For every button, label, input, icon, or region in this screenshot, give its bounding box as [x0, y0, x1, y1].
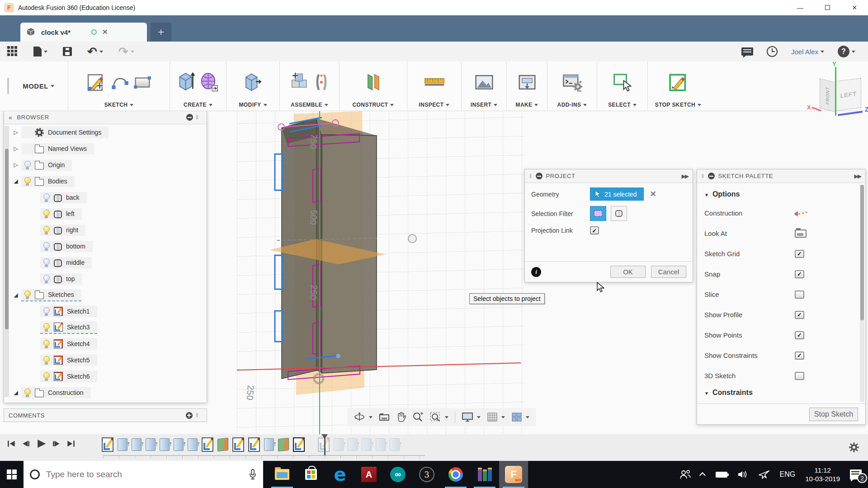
- timeline-feature-icon[interactable]: [160, 438, 170, 451]
- visibility-bulb-icon[interactable]: [24, 161, 31, 169]
- tray-clock[interactable]: 11:12 10-03-2019: [805, 466, 840, 483]
- redo-button[interactable]: ↷: [118, 47, 134, 56]
- tree-item-label[interactable]: back: [66, 194, 80, 201]
- plane-handle[interactable]: [408, 235, 416, 243]
- new-component-icon[interactable]: [290, 72, 309, 93]
- browser-scrollbar[interactable]: [5, 126, 9, 397]
- visibility-bulb-icon[interactable]: [43, 275, 50, 283]
- tree-item-label[interactable]: right: [66, 226, 78, 234]
- taskbar-fusion-360[interactable]: F360: [499, 461, 528, 488]
- collapse-panel-icon[interactable]: «: [9, 114, 12, 121]
- timeline-feature-icon[interactable]: [102, 437, 113, 452]
- visibility-bulb-icon[interactable]: [43, 340, 50, 348]
- viewcube-left-face[interactable]: LEFT: [836, 78, 861, 111]
- info-icon[interactable]: i: [531, 267, 541, 277]
- taskbar-winrar[interactable]: [470, 461, 499, 488]
- timeline-playhead[interactable]: [324, 436, 326, 455]
- sketch-palette-header[interactable]: ‖ SKETCH PALETTE ▶▶: [697, 169, 865, 183]
- tree-item-label[interactable]: Document Settings: [48, 129, 101, 136]
- taskbar-chrome[interactable]: [441, 461, 470, 488]
- action-center-icon[interactable]: 2: [850, 469, 862, 479]
- tree-row[interactable]: top: [10, 271, 207, 287]
- form-icon[interactable]: [200, 72, 219, 92]
- panel-drag-handle[interactable]: ‖: [529, 173, 532, 179]
- viewcube-front-face[interactable]: FRONT: [820, 79, 836, 113]
- tree-item-label[interactable]: Sketch1: [67, 308, 90, 315]
- palette-option-control[interactable]: [795, 311, 804, 319]
- tree-row[interactable]: left: [10, 206, 207, 222]
- timeline-feature-icon[interactable]: [118, 438, 127, 451]
- tree-item[interactable]: Sketches: [21, 289, 81, 301]
- save-button[interactable]: [63, 47, 72, 56]
- spline-tool-icon[interactable]: [111, 74, 129, 91]
- timeline-feature-icon[interactable]: [217, 438, 228, 452]
- tree-row[interactable]: Sketches: [10, 287, 207, 303]
- maximize-button[interactable]: [814, 0, 841, 15]
- tree-item[interactable]: bottom: [40, 241, 93, 252]
- tree-row[interactable]: Bodies: [10, 173, 207, 189]
- tree-item-label[interactable]: top: [66, 275, 75, 282]
- pen-icon[interactable]: [758, 469, 770, 479]
- zoom-button[interactable]: [412, 412, 423, 422]
- insert-image-icon[interactable]: [474, 73, 494, 91]
- minimize-panel-icon[interactable]: [536, 173, 542, 179]
- search-input[interactable]: [46, 469, 242, 479]
- palette-option-control[interactable]: [795, 331, 804, 339]
- tree-item[interactable]: Sketch5: [40, 354, 97, 366]
- timeline-feature-icon[interactable]: [132, 438, 142, 451]
- constraints-section-header[interactable]: Constraints: [704, 389, 859, 397]
- tree-expand-icon[interactable]: [10, 162, 21, 168]
- look-at-button[interactable]: [379, 413, 390, 422]
- ok-button[interactable]: OK: [610, 266, 646, 278]
- step-back-button[interactable]: [21, 440, 31, 448]
- sketch-point[interactable]: [336, 354, 340, 358]
- tree-item[interactable]: back: [40, 192, 87, 203]
- timeline-feature-icon[interactable]: [348, 438, 358, 451]
- menu-assemble[interactable]: ASSEMBLE: [291, 102, 328, 108]
- tree-expand-icon[interactable]: [10, 145, 21, 152]
- tree-item-label[interactable]: Named Views: [48, 145, 87, 152]
- visibility-bulb-icon[interactable]: [43, 226, 50, 235]
- workspace-selector[interactable]: MODEL: [9, 61, 68, 111]
- visibility-bulb-icon[interactable]: [24, 291, 31, 299]
- tree-item[interactable]: Sketch3: [40, 321, 97, 334]
- version-history-icon[interactable]: [767, 46, 778, 57]
- tree-item[interactable]: Origin: [21, 160, 72, 171]
- language-indicator[interactable]: ENG: [780, 470, 796, 479]
- 3d-print-icon[interactable]: [518, 73, 537, 91]
- visibility-bulb-icon[interactable]: [43, 356, 50, 365]
- tree-item[interactable]: Sketch6: [40, 371, 97, 382]
- new-tab-button[interactable]: +: [151, 23, 171, 42]
- tree-expand-icon[interactable]: [10, 389, 21, 396]
- menu-create[interactable]: CREATE: [184, 102, 212, 108]
- options-section-header[interactable]: Options: [704, 190, 859, 198]
- battery-icon[interactable]: [716, 472, 727, 478]
- visibility-bulb-icon[interactable]: [43, 210, 50, 218]
- tree-row[interactable]: middle: [10, 254, 207, 271]
- comments-bar[interactable]: COMMENTS ‖: [4, 408, 207, 422]
- browser-scrollbar-thumb[interactable]: [5, 149, 9, 329]
- visibility-bulb-icon[interactable]: [43, 193, 50, 202]
- timeline-feature-icon[interactable]: [318, 437, 330, 452]
- project-dialog-header[interactable]: ‖ PROJECT ▶▶: [525, 169, 693, 183]
- palette-option-control[interactable]: [795, 230, 807, 238]
- menu-inspect[interactable]: INSPECT: [419, 102, 450, 108]
- press-pull-icon[interactable]: [244, 71, 263, 93]
- timeline-feature-icon[interactable]: [174, 438, 184, 451]
- timeline-feature-icon[interactable]: [232, 437, 244, 452]
- timeline-feature-icon[interactable]: [376, 438, 386, 451]
- minimize-button[interactable]: —: [787, 0, 814, 15]
- filter-sketch-entities-button[interactable]: [590, 206, 606, 221]
- taskbar-processing[interactable]: 3: [412, 461, 441, 488]
- viewports-button[interactable]: [511, 412, 529, 422]
- taskbar-store[interactable]: [297, 461, 326, 488]
- scripts-addins-icon[interactable]: [562, 73, 582, 92]
- timeline-feature-icon[interactable]: [202, 437, 213, 452]
- tree-row[interactable]: Origin: [10, 157, 207, 173]
- step-forward-button[interactable]: [52, 440, 61, 448]
- cancel-button[interactable]: Cancel: [651, 266, 686, 278]
- tree-item-label[interactable]: Sketch5: [67, 357, 90, 364]
- tree-item-label[interactable]: Sketch6: [67, 373, 90, 380]
- panel-drag-handle[interactable]: ‖: [196, 412, 198, 418]
- tree-item[interactable]: Sketch1: [40, 305, 97, 317]
